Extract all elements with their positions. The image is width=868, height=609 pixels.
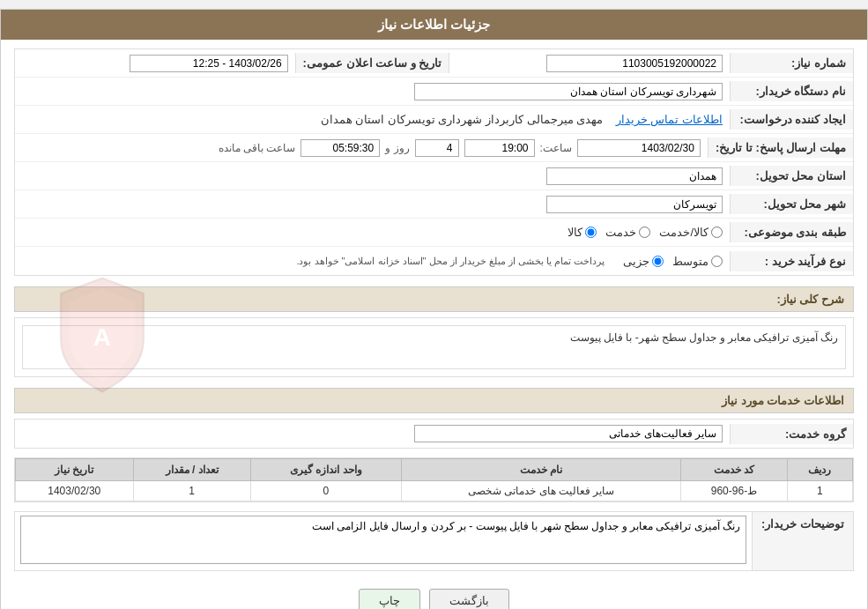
col-unit: واحد اندازه گیری: [250, 459, 401, 481]
radio-khadamat-item: خدمت: [605, 226, 650, 239]
radio-kala-khadamat[interactable]: [711, 227, 723, 238]
button-bar: بازگشت چاپ: [14, 580, 854, 609]
form-container: A شماره نیاز: تاریخ و ساعت اعلان عمومی: …: [14, 48, 854, 609]
radio-kala-khadamat-label: کالا/خدمت: [659, 226, 708, 239]
content-area: A شماره نیاز: تاریخ و ساعت اعلان عمومی: …: [1, 40, 867, 609]
deadline-row: مهلت ارسال پاسخ: تا تاریخ: ساعت: روز و س…: [15, 134, 853, 162]
description-value: رنگ آمیزی ترافیکی معابر و جداول سطح شهر-…: [570, 331, 838, 344]
radio-kala-item: کالا: [568, 226, 597, 239]
creator-value: مهدی میرجمالی کاربرداز شهرداری تویسرکان …: [321, 113, 604, 126]
client-name-input[interactable]: [414, 83, 723, 100]
city-input[interactable]: [546, 196, 723, 213]
need-number-value-cell: [449, 51, 730, 76]
radio-jozyi[interactable]: [652, 256, 664, 267]
cell-unit: 0: [250, 481, 401, 501]
deadline-remaining-input[interactable]: [300, 139, 380, 157]
radio-khadamat[interactable]: [639, 227, 650, 238]
client-name-label: نام دستگاه خریدار:: [730, 81, 853, 101]
client-name-value-cell: [15, 79, 730, 104]
client-name-row: نام دستگاه خریدار:: [15, 78, 853, 106]
services-table: ردیف کد خدمت نام خدمت واحد اندازه گیری ت…: [15, 458, 853, 501]
service-group-row: گروه خدمت:: [15, 420, 853, 448]
province-input[interactable]: [546, 167, 723, 185]
category-row: طبقه بندی موضوعی: کالا/خدمت خدمت: [15, 219, 853, 247]
city-row: شهر محل تحویل:: [15, 190, 853, 219]
province-label: استان محل تحویل:: [730, 166, 853, 186]
table-body: 1 ط-96-960 سایر فعالیت های خدماتی شخصی 0…: [16, 481, 853, 501]
services-title-text: اطلاعات خدمات مورد نیاز: [722, 394, 844, 407]
deadline-group: ساعت: روز و ساعت باقی مانده: [22, 139, 701, 157]
category-value-cell: کالا/خدمت خدمت کالا: [15, 222, 730, 242]
cell-quantity: 1: [133, 481, 250, 501]
need-number-label: شماره نیاز:: [730, 53, 853, 73]
creator-value-cell: اطلاعات تماس خریدار مهدی میرجمالی کاربرد…: [15, 109, 730, 130]
page-wrapper: جزئیات اطلاعات نیاز A شماره نیاز: تاریخ …: [0, 9, 868, 609]
deadline-time-label: ساعت:: [540, 142, 572, 154]
cell-service-code: ط-96-960: [681, 481, 787, 501]
page-title: جزئیات اطلاعات نیاز: [378, 17, 490, 32]
province-row: استان محل تحویل:: [15, 162, 853, 190]
deadline-label: مهلت ارسال پاسخ: تا تاریخ:: [708, 137, 853, 158]
watermark-logo: A: [49, 273, 155, 397]
col-service-name: نام خدمت: [401, 459, 681, 481]
basic-info-section: شماره نیاز: تاریخ و ساعت اعلان عمومی: نا…: [14, 48, 854, 276]
service-group-label: گروه خدمت:: [730, 424, 853, 444]
description-label: شرح کلی نیاز:: [776, 293, 844, 306]
city-label: شهر محل تحویل:: [730, 194, 853, 214]
radio-jozyi-item: جزیی: [623, 255, 664, 268]
date-input[interactable]: [130, 55, 288, 72]
city-value-cell: [15, 192, 730, 217]
purchase-type-group: متوسط جزیی پرداخت تمام یا بخشی از مبلغ خ…: [22, 255, 723, 268]
cell-date: 1403/02/30: [16, 481, 134, 501]
deadline-days-label: روز و: [385, 142, 409, 154]
creator-link[interactable]: اطلاعات تماس خریدار: [616, 113, 723, 126]
svg-text:A: A: [93, 323, 111, 351]
back-button[interactable]: بازگشت: [429, 589, 509, 609]
radio-jozyi-label: جزیی: [623, 255, 649, 268]
buyer-notes-row: توضیحات خریدار:: [14, 511, 854, 571]
category-label: طبقه بندی موضوعی:: [730, 222, 853, 242]
col-rownum: ردیف: [787, 459, 852, 481]
table-header: ردیف کد خدمت نام خدمت واحد اندازه گیری ت…: [16, 459, 853, 481]
service-group-value-cell: [15, 421, 730, 446]
col-date: تاریخ نیاز: [16, 459, 134, 481]
deadline-remaining-label: ساعت باقی مانده: [219, 142, 296, 154]
buyer-notes-label: توضیحات خریدار:: [752, 512, 853, 570]
purchase-type-label: نوع فرآیند خرید :: [730, 251, 853, 271]
purchase-note: پرداخت تمام یا بخشی از مبلغ خریدار از مح…: [296, 256, 605, 267]
province-value-cell: [15, 164, 730, 189]
radio-kala-khadamat-item: کالا/خدمت: [659, 226, 723, 239]
creator-row: ایجاد کننده درخواست: اطلاعات تماس خریدار…: [15, 106, 853, 134]
deadline-time-input[interactable]: [464, 139, 535, 157]
need-number-row: شماره نیاز: تاریخ و ساعت اعلان عمومی:: [15, 49, 853, 78]
radio-kala[interactable]: [585, 227, 597, 238]
buyer-notes-textarea[interactable]: [20, 516, 746, 564]
cell-rownum: 1: [787, 481, 852, 501]
service-group-input[interactable]: [414, 425, 723, 442]
purchase-type-row: نوع فرآیند خرید : متوسط جزیی: [15, 247, 853, 275]
radio-khadamat-label: خدمت: [605, 226, 636, 239]
services-table-section: ردیف کد خدمت نام خدمت واحد اندازه گیری ت…: [14, 457, 854, 502]
service-group-section: گروه خدمت:: [14, 419, 854, 449]
radio-motavaset-label: متوسط: [672, 255, 708, 268]
radio-kala-label: کالا: [568, 226, 582, 239]
col-service-code: کد خدمت: [681, 459, 787, 481]
table-row: 1 ط-96-960 سایر فعالیت های خدماتی شخصی 0…: [16, 481, 853, 501]
table-header-row: ردیف کد خدمت نام خدمت واحد اندازه گیری ت…: [16, 459, 853, 481]
radio-motavaset-item: متوسط: [672, 255, 723, 268]
date-value-cell: [15, 51, 295, 76]
buyer-notes-content: [15, 512, 752, 570]
print-button[interactable]: چاپ: [359, 589, 420, 609]
cell-service-name: سایر فعالیت های خدماتی شخصی: [401, 481, 681, 501]
radio-motavaset[interactable]: [711, 256, 723, 267]
col-quantity: تعداد / مقدار: [133, 459, 250, 481]
creator-label: ایجاد کننده درخواست:: [730, 109, 853, 130]
purchase-type-radio-group: متوسط جزیی: [623, 255, 723, 268]
date-label: تاریخ و ساعت اعلان عمومی:: [295, 53, 450, 73]
category-radio-group: کالا/خدمت خدمت کالا: [22, 226, 723, 239]
deadline-days-input[interactable]: [415, 139, 459, 157]
purchase-type-value-cell: متوسط جزیی پرداخت تمام یا بخشی از مبلغ خ…: [15, 251, 730, 271]
page-header: جزئیات اطلاعات نیاز: [1, 10, 867, 40]
need-number-input[interactable]: [546, 55, 723, 72]
deadline-date-input[interactable]: [577, 139, 701, 157]
